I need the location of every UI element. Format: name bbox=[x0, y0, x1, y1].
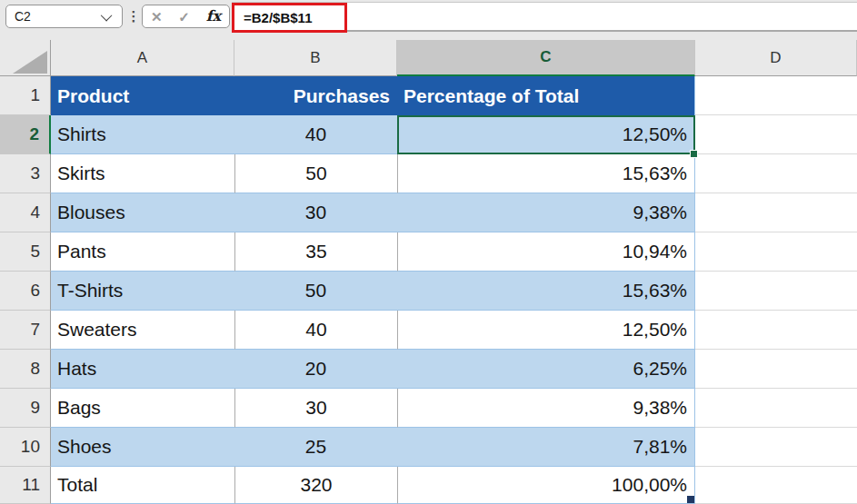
row-header-5[interactable]: 5 bbox=[0, 232, 51, 272]
row-header-6[interactable]: 6 bbox=[0, 272, 51, 311]
more-options-icon[interactable]: ⋮ bbox=[128, 5, 139, 28]
cell-D8[interactable] bbox=[695, 350, 857, 389]
cell-B5[interactable]: 35 bbox=[234, 232, 397, 272]
formula-input[interactable]: =B2/$B$11 bbox=[232, 2, 857, 32]
cell-A5[interactable]: Pants bbox=[51, 232, 234, 272]
fill-handle[interactable] bbox=[690, 150, 698, 158]
row-header-11[interactable]: 11 bbox=[0, 467, 51, 504]
cancel-icon[interactable]: ✕ bbox=[151, 10, 163, 24]
cell-C4[interactable]: 9,38% bbox=[397, 193, 695, 232]
cell-D2[interactable] bbox=[695, 115, 857, 154]
cell-D9[interactable] bbox=[695, 389, 857, 428]
insert-function-icon[interactable]: fx bbox=[206, 9, 221, 24]
cell-C8[interactable]: 6,25% bbox=[397, 350, 695, 389]
row-header-1[interactable]: 1 bbox=[0, 76, 51, 115]
cell-D1[interactable] bbox=[695, 76, 857, 115]
cell-B1[interactable]: Purchases bbox=[234, 76, 397, 115]
cell-A10[interactable]: Shoes bbox=[51, 428, 234, 467]
cell-A6[interactable]: T-Shirts bbox=[51, 272, 234, 311]
cell-D11[interactable] bbox=[695, 467, 857, 504]
cell-A9[interactable]: Bags bbox=[51, 389, 234, 428]
table-resize-handle[interactable] bbox=[687, 496, 694, 503]
cell-C6[interactable]: 15,63% bbox=[397, 272, 695, 311]
cell-B3[interactable]: 50 bbox=[234, 154, 397, 193]
cell-D7[interactable] bbox=[695, 311, 857, 350]
row-header-7[interactable]: 7 bbox=[0, 311, 51, 350]
cell-D10[interactable] bbox=[695, 428, 857, 467]
cell-B2[interactable]: 40 bbox=[234, 115, 397, 154]
select-all-button[interactable] bbox=[0, 40, 51, 76]
cell-C7[interactable]: 12,50% bbox=[397, 311, 695, 350]
cell-B9[interactable]: 30 bbox=[234, 389, 397, 428]
column-header-D[interactable]: D bbox=[695, 40, 857, 76]
cell-D5[interactable] bbox=[695, 232, 857, 272]
cell-C11[interactable]: 100,00% bbox=[397, 467, 695, 504]
column-header-C[interactable]: C bbox=[397, 40, 695, 76]
cell-D6[interactable] bbox=[695, 272, 857, 311]
name-box[interactable]: C2 bbox=[5, 5, 123, 28]
row-header-10[interactable]: 10 bbox=[0, 428, 51, 467]
cell-D4[interactable] bbox=[695, 193, 857, 232]
cell-C1[interactable]: Percentage of Total bbox=[397, 76, 695, 115]
cell-D3[interactable] bbox=[695, 154, 857, 193]
select-all-triangle-icon bbox=[13, 51, 47, 74]
row-header-2[interactable]: 2 bbox=[0, 115, 51, 154]
cell-B4[interactable]: 30 bbox=[234, 193, 397, 232]
formula-buttons-group: ✕ ✓ fx bbox=[142, 5, 230, 28]
cell-C9[interactable]: 9,38% bbox=[397, 389, 695, 428]
row-header-3[interactable]: 3 bbox=[0, 154, 51, 193]
cell-B6[interactable]: 50 bbox=[234, 272, 397, 311]
cell-A4[interactable]: Blouses bbox=[51, 193, 234, 232]
cell-A11[interactable]: Total bbox=[51, 467, 234, 504]
cell-A8[interactable]: Hats bbox=[51, 350, 234, 389]
enter-icon[interactable]: ✓ bbox=[178, 10, 190, 24]
name-box-value: C2 bbox=[6, 9, 104, 24]
cell-B11[interactable]: 320 bbox=[234, 467, 397, 504]
row-header-9[interactable]: 9 bbox=[0, 389, 51, 428]
cell-C3[interactable]: 15,63% bbox=[397, 154, 695, 193]
row-header-4[interactable]: 4 bbox=[0, 193, 51, 232]
cell-C5[interactable]: 10,94% bbox=[397, 232, 695, 272]
column-header-B[interactable]: B bbox=[234, 40, 397, 76]
cell-A7[interactable]: Sweaters bbox=[51, 311, 234, 350]
formula-highlight-box: =B2/$B$11 bbox=[232, 3, 347, 33]
column-header-A[interactable]: A bbox=[51, 40, 234, 76]
row-header-8[interactable]: 8 bbox=[0, 350, 51, 389]
cell-B8[interactable]: 20 bbox=[234, 350, 397, 389]
cell-B7[interactable]: 40 bbox=[234, 311, 397, 350]
cell-A2[interactable]: Shirts bbox=[51, 115, 234, 154]
cell-A3[interactable]: Skirts bbox=[51, 154, 234, 193]
cell-A1[interactable]: Product bbox=[51, 76, 234, 115]
cell-C2[interactable]: 12,50% bbox=[397, 115, 695, 154]
formula-bar-region: C2 ⋮ ✕ ✓ fx =B2/$B$11 bbox=[0, 0, 857, 40]
cell-C10[interactable]: 7,81% bbox=[397, 428, 695, 467]
cell-B10[interactable]: 25 bbox=[234, 428, 397, 467]
formula-text: =B2/$B$11 bbox=[234, 10, 312, 25]
